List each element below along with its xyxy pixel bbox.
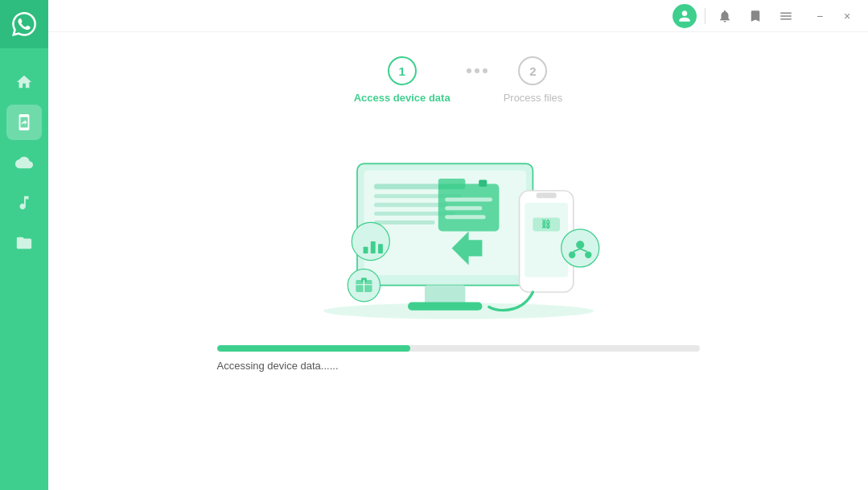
svg-rect-25 — [378, 244, 383, 253]
svg-rect-23 — [363, 247, 368, 253]
sidebar — [0, 0, 48, 490]
svg-rect-9 — [374, 220, 435, 224]
progress-bar-track — [217, 345, 700, 352]
step-1: 1 Access device data — [354, 56, 450, 104]
divider — [705, 8, 706, 24]
svg-rect-14 — [445, 215, 485, 219]
svg-point-22 — [352, 222, 389, 260]
svg-rect-7 — [374, 203, 448, 207]
minimize-button[interactable]: − — [808, 5, 831, 27]
device-icon — [15, 113, 33, 131]
svg-point-34 — [585, 252, 591, 258]
progress-section: Accessing device data...... — [217, 345, 700, 372]
svg-rect-24 — [370, 241, 375, 253]
step-2: 2 Process files — [504, 56, 563, 104]
folder-icon — [15, 234, 33, 252]
svg-rect-18 — [525, 203, 568, 277]
hamburger-icon — [779, 9, 793, 23]
notification-button[interactable] — [714, 5, 736, 27]
bookmark-icon — [748, 9, 763, 23]
svg-rect-12 — [445, 197, 492, 201]
content-area: 1 Access device data 2 Process files — [48, 32, 868, 490]
sidebar-item-cloud[interactable] — [6, 145, 42, 180]
progress-status-text: Accessing device data...... — [217, 360, 700, 372]
svg-rect-11 — [438, 179, 465, 189]
avatar-icon — [677, 8, 693, 24]
illustration-svg: ⛓ — [290, 128, 627, 321]
sidebar-item-files[interactable] — [6, 225, 42, 261]
progress-bar-fill — [217, 345, 410, 352]
illustration-container: ⛓ — [290, 128, 627, 321]
dot-3 — [483, 68, 487, 73]
app-logo[interactable] — [0, 0, 48, 48]
svg-point-32 — [576, 241, 584, 249]
avatar-button[interactable] — [673, 4, 697, 28]
window-controls: − × — [808, 5, 858, 27]
music-icon — [15, 194, 33, 212]
whatsapp-icon — [12, 12, 36, 36]
titlebar: − × — [48, 0, 868, 32]
dot-1 — [467, 68, 471, 73]
step-1-circle: 1 — [388, 56, 417, 85]
bell-icon — [718, 9, 732, 23]
step-2-label: Process files — [504, 92, 563, 104]
svg-text:⛓: ⛓ — [541, 219, 551, 229]
sidebar-item-music[interactable] — [6, 185, 42, 220]
home-icon — [15, 73, 33, 91]
svg-rect-15 — [479, 180, 487, 187]
step-1-label: Access device data — [354, 92, 450, 104]
main-area: − × 1 Access device data 2 Process — [48, 0, 868, 490]
cloud-icon — [15, 154, 33, 171]
sidebar-item-home[interactable] — [6, 64, 42, 100]
steps-container: 1 Access device data 2 Process files — [354, 56, 563, 104]
step-2-circle: 2 — [518, 56, 547, 85]
sidebar-item-device[interactable] — [6, 105, 42, 140]
bookmark-button[interactable] — [744, 5, 767, 27]
svg-rect-3 — [425, 286, 465, 305]
svg-rect-4 — [408, 303, 482, 311]
dot-2 — [475, 68, 479, 73]
svg-rect-5 — [374, 184, 442, 190]
menu-button[interactable] — [775, 5, 797, 27]
step-connector — [467, 68, 487, 73]
svg-rect-13 — [445, 206, 482, 210]
sidebar-nav — [6, 64, 42, 490]
close-button[interactable]: × — [836, 5, 858, 27]
svg-rect-19 — [536, 193, 556, 199]
svg-point-33 — [568, 252, 574, 258]
